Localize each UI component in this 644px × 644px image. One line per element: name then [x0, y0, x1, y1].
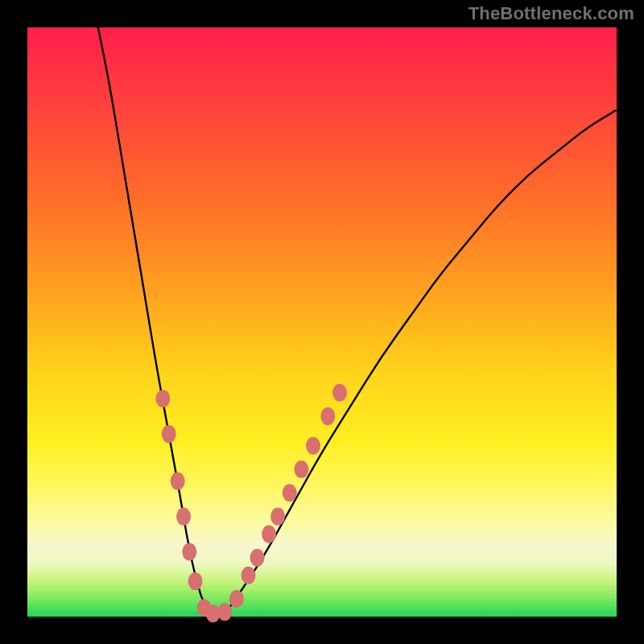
plot-area: [27, 27, 617, 617]
left-dot-1: [155, 390, 170, 407]
right-dot-1: [242, 567, 256, 584]
left-dot-6: [188, 572, 203, 590]
chart-svg: [27, 27, 617, 617]
right-dot-9: [332, 384, 347, 402]
right-dot-5: [283, 484, 297, 502]
left-dot-4: [176, 508, 191, 526]
chart-frame: TheBottleneck.com: [0, 0, 644, 644]
left-dot-2: [162, 425, 176, 443]
right-dot-3: [262, 526, 276, 543]
right-dot-8: [320, 407, 335, 425]
left-dot-5: [182, 543, 196, 561]
bottleneck-curve: [98, 27, 617, 613]
left-dot-3: [171, 473, 185, 490]
right-dot-2: [250, 549, 265, 567]
right-dot-4: [270, 508, 285, 526]
data-points: [155, 384, 347, 623]
right-dot-6: [294, 460, 308, 478]
bottom-dot-3: [217, 603, 232, 621]
bottom-dot-4: [229, 590, 244, 608]
watermark-text: TheBottleneck.com: [469, 3, 634, 24]
right-dot-7: [306, 437, 320, 455]
